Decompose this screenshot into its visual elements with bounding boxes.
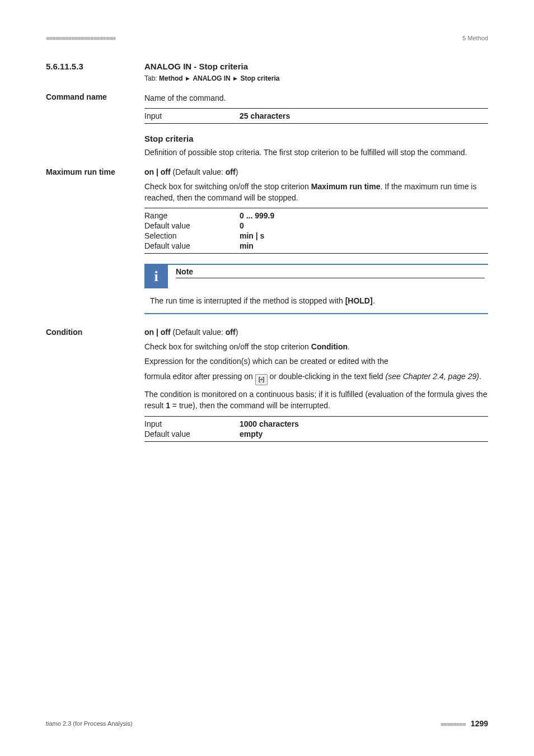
command-name-block: Command name Name of the command. Input …: [46, 92, 488, 124]
param-val: min | s: [240, 231, 264, 240]
condition-line2: Expression for the condition(s) which ca…: [144, 356, 488, 367]
tab-part-1: ANALOG IN: [193, 74, 230, 82]
triangle-icon: ▶: [233, 76, 237, 81]
table-row: Default value empty: [144, 429, 488, 439]
table-row: Selection min | s: [144, 231, 488, 241]
param-key: Default value: [144, 241, 240, 250]
footer-dashes: ■■■■■■■■: [441, 721, 466, 727]
param-key: Input: [144, 111, 240, 120]
onoff-mid: (Default value:: [171, 328, 226, 337]
stop-criteria-block: Stop criteria Definition of possible sto…: [144, 134, 488, 158]
section-title: ANALOG IN - Stop criteria: [144, 62, 248, 71]
stop-criteria-desc: Definition of possible stop criteria. Th…: [144, 147, 488, 158]
section-heading-row: 5.6.11.5.3 ANALOG IN - Stop criteria: [46, 62, 488, 71]
param-key: Default value: [144, 430, 240, 438]
page-header: ■■■■■■■■■■■■■■■■■■■■■■ 5 Method: [46, 35, 488, 41]
command-name-label: Command name: [46, 92, 144, 101]
l1-bold: Condition: [311, 342, 348, 351]
note-box: i Note The run time is interrupted if th…: [144, 264, 488, 314]
condition-block: Condition on | off (Default value: off) …: [46, 328, 488, 441]
param-val: 0: [240, 221, 244, 230]
header-section: 5 Method: [462, 35, 488, 41]
param-key: Range: [144, 211, 240, 220]
param-val: 1000 characters: [240, 419, 299, 428]
onoff-default: off: [226, 167, 236, 176]
param-key: Input: [144, 419, 240, 428]
l3-end: .: [479, 372, 481, 381]
section-number: 5.6.11.5.3: [46, 62, 144, 71]
condition-line4: The condition is monitored on a continuo…: [144, 389, 488, 412]
param-val: 0 ... 999.9: [240, 211, 274, 220]
footer-page: 1299: [471, 719, 488, 728]
onoff-values: on | off: [144, 328, 171, 337]
l3-pre: formula editor after pressing on: [144, 372, 255, 381]
note-bold: [HOLD]: [345, 296, 373, 305]
tab-breadcrumb: Tab: Method ▶ ANALOG IN ▶ Stop criteria: [144, 74, 488, 82]
onoff-values: on | off: [144, 167, 171, 176]
onoff-post: ): [236, 167, 238, 176]
condition-table: Input 1000 characters Default value empt…: [144, 416, 488, 442]
table-row: Default value min: [144, 241, 488, 251]
note-body: The run time is interrupted if the metho…: [144, 288, 488, 313]
desc-bold: Maximum run time: [311, 182, 381, 191]
l4-bold: 1: [166, 401, 170, 410]
table-row: Default value 0: [144, 221, 488, 231]
table-row: Input 1000 characters: [144, 419, 488, 429]
tab-prefix: Tab:: [144, 74, 157, 82]
l4-post: = true), then the command will be interr…: [170, 401, 330, 410]
max-run-desc: Check box for switching on/off the stop …: [144, 181, 488, 204]
note-post: .: [373, 296, 375, 305]
param-val: empty: [240, 430, 263, 438]
param-val: min: [240, 241, 254, 250]
max-run-onoff: on | off (Default value: off): [144, 167, 488, 176]
tab-part-2: Stop criteria: [240, 74, 279, 82]
onoff-default: off: [226, 328, 236, 337]
max-run-block: Maximum run time on | off (Default value…: [46, 167, 488, 320]
command-name-table: Input 25 characters: [144, 108, 488, 124]
triangle-icon: ▶: [186, 76, 190, 81]
formula-editor-icon: [÷]: [255, 374, 268, 385]
param-key: Default value: [144, 221, 240, 230]
stop-criteria-heading: Stop criteria: [144, 134, 488, 143]
info-icon: i: [144, 265, 168, 288]
condition-line1: Check box for switching on/off the stop …: [144, 341, 488, 352]
command-name-desc: Name of the command.: [144, 92, 488, 104]
footer-left: tiamo 2.3 (for Process Analysis): [46, 720, 133, 727]
desc-pre: Check box for switching on/off the stop …: [144, 182, 311, 191]
l1-post: .: [348, 342, 350, 351]
table-row: Range 0 ... 999.9: [144, 211, 488, 221]
max-run-table: Range 0 ... 999.9 Default value 0 Select…: [144, 208, 488, 254]
onoff-mid: (Default value:: [171, 167, 226, 176]
condition-onoff: on | off (Default value: off): [144, 328, 488, 337]
param-key: Selection: [144, 231, 240, 240]
footer-right: ■■■■■■■■ 1299: [441, 719, 488, 728]
condition-label: Condition: [46, 328, 144, 337]
condition-line3: formula editor after pressing on [÷] or …: [144, 371, 488, 385]
param-val: 25 characters: [240, 111, 290, 120]
header-dashes-left: ■■■■■■■■■■■■■■■■■■■■■■: [46, 35, 115, 41]
l3-post: or double-clicking in the text field: [268, 372, 386, 381]
page-footer: tiamo 2.3 (for Process Analysis) ■■■■■■■…: [46, 719, 488, 728]
l1-pre: Check box for switching on/off the stop …: [144, 342, 311, 351]
table-row: Input 25 characters: [144, 111, 488, 121]
onoff-post: ): [236, 328, 238, 337]
note-pre: The run time is interrupted if the metho…: [150, 296, 345, 305]
tab-part-0: Method: [159, 74, 183, 82]
max-run-label: Maximum run time: [46, 167, 144, 176]
note-title: Note: [176, 267, 485, 278]
l3-ref: (see Chapter 2.4, page 29): [386, 372, 479, 381]
